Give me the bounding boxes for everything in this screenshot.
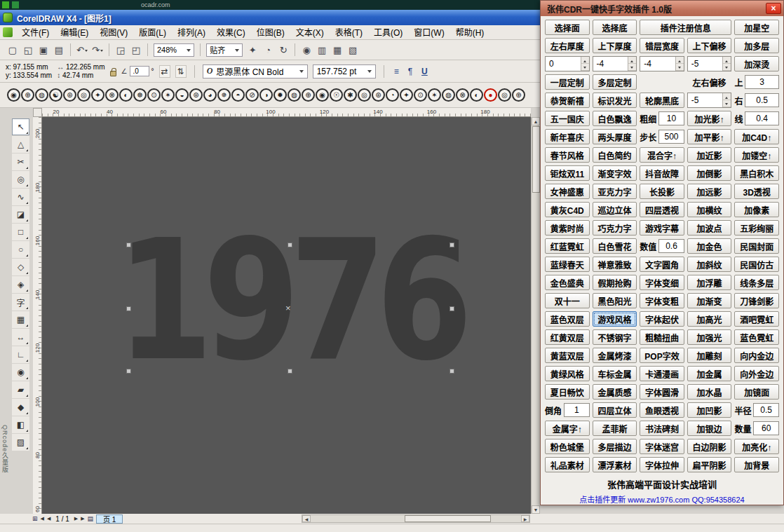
mirror-vertical-icon[interactable]: ⇅ <box>175 65 187 78</box>
welcome-icon[interactable]: ✦ <box>245 43 259 57</box>
param-value[interactable]: 500 <box>658 130 684 144</box>
last-page-icon[interactable]: ▶ <box>81 516 84 521</box>
symbol-icon[interactable]: ⊛ <box>63 88 76 102</box>
spin-arrows[interactable] <box>628 57 636 71</box>
blend-tool[interactable]: ◉ <box>12 364 29 381</box>
effect-button[interactable]: 一层定制 <box>545 74 590 90</box>
spin-input[interactable]: -4 <box>593 56 637 71</box>
effect-button[interactable]: 粗糙扭曲 <box>640 329 684 345</box>
param-value[interactable]: 1 <box>564 403 590 417</box>
effect-button[interactable]: 白边阴影 <box>687 439 732 454</box>
freehand-tool[interactable]: ∿ <box>12 189 29 205</box>
symbol-icon[interactable]: ◎ <box>358 88 371 102</box>
effect-button[interactable]: 加多层 <box>734 38 779 53</box>
symbol-icon[interactable]: ✹ <box>273 88 287 102</box>
save-icon[interactable]: ▣ <box>36 43 50 57</box>
effect-button[interactable]: 蓝色双层 <box>545 311 590 327</box>
symbol-icon[interactable]: ⊗ <box>105 88 119 102</box>
effect-button[interactable]: 红黄双层 <box>545 329 590 345</box>
effect-button[interactable]: 两头厚度 <box>593 129 637 144</box>
mirror-horizontal-icon[interactable]: ⇄ <box>159 65 170 78</box>
rectangle-tool[interactable]: □ <box>12 224 29 240</box>
symbol-icon[interactable]: ⊜ <box>189 88 203 102</box>
effect-button[interactable]: 选择底 <box>593 20 637 35</box>
effect-button[interactable]: 加倒影 <box>687 165 732 181</box>
font-family-combo[interactable]: O 思源黑体 CN Bold <box>203 64 308 79</box>
lock-ratio-icon[interactable] <box>110 71 116 76</box>
add-page-icon[interactable]: ⊞ <box>32 515 38 522</box>
symbol-icon[interactable]: ◉ <box>7 88 20 102</box>
spin-up-icon[interactable] <box>676 57 684 64</box>
vertical-scrollbar[interactable]: ▲ ▼ <box>531 117 540 514</box>
effect-button[interactable]: 轮廓黑底 <box>640 93 684 108</box>
effect-button[interactable]: 亚克力字 <box>593 184 637 199</box>
effect-button[interactable]: 字体变细 <box>640 275 684 290</box>
effect-button[interactable]: 假期抢购 <box>593 275 637 290</box>
effect-button[interactable]: 3D透视 <box>734 184 779 199</box>
symbol-icon[interactable]: ◍ <box>288 88 301 102</box>
effect-button[interactable]: 游戏字幕 <box>640 220 684 236</box>
polygon-tool[interactable]: ◇ <box>12 259 29 275</box>
effect-button[interactable]: 线条多层 <box>734 275 779 290</box>
scroll-right-icon[interactable]: ▶ <box>521 515 529 522</box>
effect-button[interactable]: 书法碑刻 <box>640 421 684 436</box>
effect-button[interactable]: 黄灰C4D <box>545 202 590 217</box>
object-size-fields[interactable]: ↔ 122.265 mm ↕ 42.74 mm <box>57 63 104 80</box>
menu-item-6[interactable]: 位图(B) <box>251 27 290 39</box>
effect-button[interactable]: 黄蓝双层 <box>545 348 590 363</box>
effect-button[interactable]: 加像素 <box>734 202 779 217</box>
menu-item-5[interactable]: 效果(C) <box>211 27 251 39</box>
ellipse-tool[interactable]: ○ <box>12 241 29 258</box>
effect-button[interactable]: 禅意雅致 <box>593 257 637 272</box>
effect-button[interactable]: 民国封面 <box>734 238 779 254</box>
first-page-icon[interactable]: ◀ <box>41 516 44 521</box>
scrollbar-track[interactable] <box>532 193 540 505</box>
pick-tool[interactable]: ↖ <box>12 118 29 135</box>
y-value[interactable]: 133.554 mm <box>13 71 53 79</box>
effect-button[interactable]: 酒吧霓虹 <box>734 311 779 327</box>
param-value[interactable]: 60 <box>753 421 779 435</box>
effect-button[interactable]: 错层宽度 <box>640 38 684 53</box>
view-eye-icon[interactable]: ◉ <box>299 43 313 57</box>
effect-button[interactable]: 混合字↑ <box>640 147 684 163</box>
menu-item-8[interactable]: 表格(T) <box>330 27 368 39</box>
selection-handle-bottom-right[interactable] <box>450 369 454 374</box>
effect-button[interactable]: 夏日畅饮 <box>545 384 590 400</box>
x-value[interactable]: 97.155 mm <box>13 63 48 71</box>
effect-button[interactable]: 金色盛典 <box>545 275 590 290</box>
effect-button[interactable]: 加横纹 <box>687 202 732 217</box>
effect-button[interactable]: 车标金属 <box>593 366 637 381</box>
effect-button[interactable]: 巧克力字 <box>593 220 637 236</box>
undo-icon[interactable]: ↶ <box>75 43 89 57</box>
symbol-icon[interactable]: ☸ <box>133 88 147 102</box>
effect-button[interactable]: 黄紫时尚 <box>545 220 590 236</box>
page-tab[interactable]: 页 1 <box>96 514 123 524</box>
effect-button[interactable]: 漂浮素材 <box>593 457 637 472</box>
symbol-icon[interactable]: ✦ <box>91 88 104 102</box>
effect-button[interactable]: 加亮化↑ <box>734 439 779 454</box>
next-page-icon[interactable]: ▶ <box>74 516 78 521</box>
effect-button[interactable]: 加深烫 <box>734 56 779 71</box>
effect-button[interactable]: 金属质感 <box>593 384 637 400</box>
horizontal-scrollbar-thumb[interactable] <box>405 515 491 522</box>
effect-button[interactable]: 左右厚度 <box>545 38 590 53</box>
options-icon[interactable]: ◔ <box>261 43 275 57</box>
effect-button[interactable]: 插件注册信息 <box>640 20 731 35</box>
symbol-icon[interactable]: ⊙ <box>147 88 161 102</box>
effect-button[interactable]: 加波点 <box>687 220 732 236</box>
spin-down-icon[interactable] <box>628 64 636 71</box>
symbol-icon[interactable]: ◐ <box>470 88 483 102</box>
symbol-icon[interactable]: ◍ <box>35 88 48 102</box>
effect-button[interactable]: POP字效 <box>640 348 684 363</box>
effect-button[interactable]: 加凹影 <box>687 402 732 418</box>
effect-button[interactable]: 向内金边 <box>734 348 779 363</box>
effect-button[interactable]: 加银边 <box>687 421 732 436</box>
symbol-icon[interactable]: ◎ <box>498 88 511 102</box>
fill-tool[interactable]: ◧ <box>12 416 29 433</box>
effect-button[interactable]: 加金属 <box>687 366 732 381</box>
effect-button[interactable]: 加星空 <box>734 20 779 35</box>
effect-button[interactable]: 黑色阳光 <box>593 293 637 308</box>
snap-combo[interactable]: 贴齐 <box>206 43 243 57</box>
height-value[interactable]: 42.74 mm <box>62 71 93 79</box>
effect-button[interactable]: 加水晶 <box>687 384 732 400</box>
